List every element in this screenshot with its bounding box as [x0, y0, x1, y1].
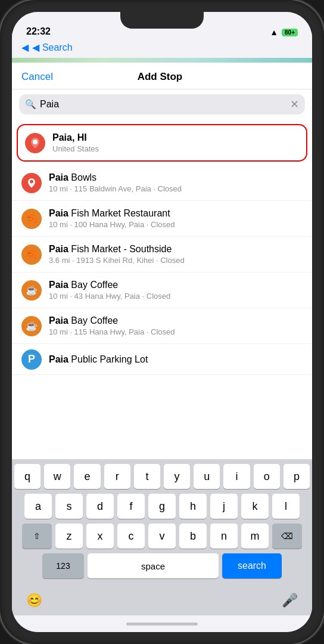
cancel-button[interactable]: Cancel	[21, 71, 53, 83]
result-item[interactable]: Paia, HI United States	[17, 124, 307, 162]
key-u[interactable]: u	[194, 464, 220, 489]
bold: Paia	[49, 208, 68, 218]
result-subtitle: 3.6 mi · 1913 S Kihei Rd, Kihei · Closed	[49, 256, 303, 265]
key-w[interactable]: w	[44, 464, 70, 489]
search-input-wrapper: 🔍 ✕	[19, 94, 305, 114]
home-bar	[126, 623, 198, 626]
search-icon: 🔍	[25, 99, 36, 110]
key-q[interactable]: q	[14, 464, 40, 489]
result-text: Paia Fish Market Restaurant 10 mi · 100 …	[49, 208, 303, 229]
modal-header: Cancel Add Stop	[12, 63, 312, 89]
screen: 22:32 ▲ 80+ ◀ ◀ Search Cancel Add Stop	[12, 12, 312, 632]
key-f[interactable]: f	[117, 494, 145, 519]
result-item[interactable]: P Paia Public Parking Lot	[12, 344, 312, 375]
keyboard-row-4: 123 space search	[14, 553, 310, 578]
search-key[interactable]: search	[222, 553, 282, 578]
battery-badge: 80+	[282, 29, 298, 36]
parking-icon: P	[21, 349, 42, 370]
status-icons: ▲ 80+	[270, 27, 298, 37]
coffee-icon: ☕	[21, 280, 42, 301]
bottom-bar: 😊 🎤	[12, 586, 312, 615]
bold: Paia	[49, 280, 68, 290]
result-title-rest: , HI	[72, 132, 87, 143]
map-background	[12, 58, 312, 63]
result-subtitle: United States	[52, 144, 299, 153]
key-v[interactable]: v	[148, 524, 176, 549]
result-subtitle: 10 mi · 43 Hana Hwy, Paia · Closed	[49, 292, 303, 301]
result-item[interactable]: 🦐 Paia Fish Market Restaurant 10 mi · 10…	[12, 201, 312, 237]
coffee-icon: ☕	[21, 316, 42, 336]
result-title: Paia Fish Market - Southside	[49, 244, 303, 255]
backspace-key[interactable]: ⌫	[272, 524, 302, 549]
result-item[interactable]: ☕ Paia Bay Coffee 10 mi · 115 Hana Hwy, …	[12, 308, 312, 344]
result-item[interactable]: Paia Bowls 10 mi · 115 Baldwin Ave, Paia…	[12, 165, 312, 201]
clear-button[interactable]: ✕	[290, 99, 299, 110]
result-title: Paia Bowls	[49, 172, 303, 183]
key-o[interactable]: o	[254, 464, 280, 489]
result-item[interactable]: ☕ Paia Bay Coffee 10 mi · 43 Hana Hwy, P…	[12, 273, 312, 308]
wifi-icon: ▲	[270, 27, 278, 37]
key-d[interactable]: d	[86, 494, 114, 519]
key-z[interactable]: z	[55, 524, 83, 549]
key-c[interactable]: c	[117, 524, 145, 549]
chevron-left-icon: ◀	[21, 42, 29, 52]
key-k[interactable]: k	[241, 494, 269, 519]
result-subtitle: 10 mi · 100 Hana Hwy, Paia · Closed	[49, 220, 303, 229]
result-title-bold: Paia	[52, 132, 72, 143]
search-input[interactable]	[40, 99, 286, 110]
key-a[interactable]: a	[24, 494, 52, 519]
key-i[interactable]: i	[223, 464, 250, 489]
location-icon	[25, 133, 45, 153]
keyboard: q w e r t y u i o p a s d f g	[12, 459, 312, 586]
restaurant-icon: 🦐	[21, 209, 42, 229]
back-label: ◀ Search	[32, 42, 72, 52]
bold: Paia	[49, 172, 68, 182]
restaurant-icon: 🦐	[21, 244, 42, 265]
bold: Paia	[49, 354, 68, 364]
result-text: Paia, HI United States	[52, 132, 299, 153]
key-h[interactable]: h	[179, 494, 207, 519]
back-button[interactable]: ◀ ◀ Search	[21, 42, 73, 52]
search-container: 🔍 ✕	[12, 89, 312, 120]
phone-shell: 22:32 ▲ 80+ ◀ ◀ Search Cancel Add Stop	[0, 0, 324, 644]
key-j[interactable]: j	[210, 494, 238, 519]
key-l[interactable]: l	[272, 494, 300, 519]
result-text: Paia Bay Coffee 10 mi · 43 Hana Hwy, Pai…	[49, 280, 303, 301]
key-e[interactable]: e	[74, 464, 100, 489]
home-indicator	[12, 615, 312, 632]
modal-sheet: Cancel Add Stop 🔍 ✕	[12, 63, 312, 615]
key-g[interactable]: g	[148, 494, 176, 519]
result-subtitle: 10 mi · 115 Baldwin Ave, Paia · Closed	[49, 184, 303, 193]
key-r[interactable]: r	[104, 464, 130, 489]
key-p[interactable]: p	[284, 464, 310, 489]
result-title: Paia Fish Market Restaurant	[49, 208, 303, 219]
keyboard-row-2: a s d f g h j k l	[14, 494, 310, 519]
numbers-key[interactable]: 123	[42, 553, 84, 578]
key-b[interactable]: b	[179, 524, 207, 549]
key-x[interactable]: x	[86, 524, 114, 549]
location-icon	[21, 173, 42, 193]
key-s[interactable]: s	[55, 494, 83, 519]
shift-key[interactable]: ⇧	[22, 524, 52, 549]
result-item[interactable]: 🦐 Paia Fish Market - Southside 3.6 mi · …	[12, 237, 312, 273]
result-text: Paia Bay Coffee 10 mi · 115 Hana Hwy, Pa…	[49, 315, 303, 336]
emoji-icon[interactable]: 😊	[26, 593, 42, 608]
notch	[120, 12, 204, 29]
key-m[interactable]: m	[241, 524, 269, 549]
keyboard-row-3: ⇧ z x c v b n m ⌫	[14, 524, 310, 549]
status-time: 22:32	[26, 26, 51, 37]
keyboard-row-1: q w e r t y u i o p	[14, 464, 310, 489]
result-text: Paia Public Parking Lot	[49, 354, 303, 365]
bold: Paia	[49, 315, 68, 326]
result-title: Paia, HI	[52, 132, 299, 143]
result-title: Paia Public Parking Lot	[49, 354, 303, 365]
space-key[interactable]: space	[88, 553, 219, 578]
key-t[interactable]: t	[134, 464, 160, 489]
result-title: Paia Bay Coffee	[49, 315, 303, 326]
results-list[interactable]: Paia, HI United States Paia Bowls 10 mi …	[12, 120, 312, 459]
key-n[interactable]: n	[210, 524, 238, 549]
back-nav: ◀ ◀ Search	[12, 41, 312, 58]
mic-icon[interactable]: 🎤	[282, 593, 298, 608]
bold: Paia	[49, 244, 68, 254]
key-y[interactable]: y	[164, 464, 190, 489]
